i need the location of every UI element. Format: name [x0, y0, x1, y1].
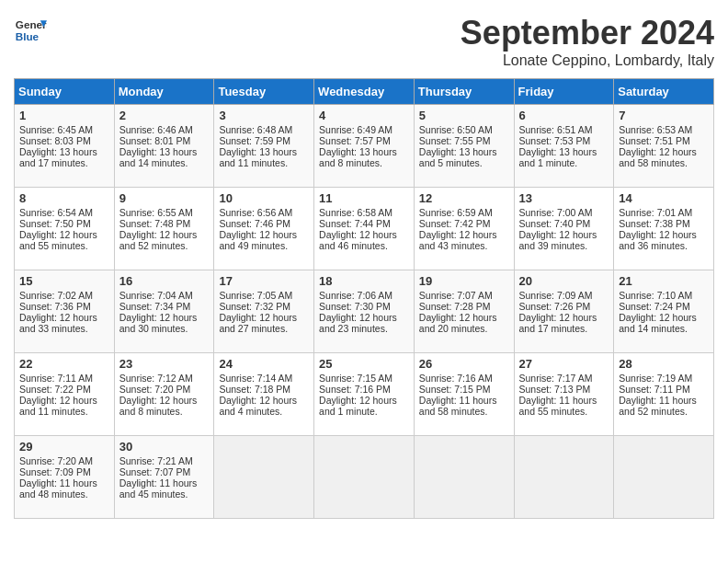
- sunset-text: Sunset: 8:01 PM: [119, 135, 191, 146]
- sunrise-text: Sunrise: 6:48 AM: [219, 124, 292, 135]
- sunset-text: Sunset: 7:07 PM: [119, 466, 191, 477]
- day-number: 20: [519, 274, 609, 288]
- month-title: September 2024: [461, 14, 714, 52]
- calendar-cell: 6Sunrise: 6:51 AMSunset: 7:53 PMDaylight…: [514, 105, 614, 188]
- sunset-text: Sunset: 7:20 PM: [119, 384, 191, 395]
- column-header-friday: Friday: [514, 79, 614, 105]
- day-number: 11: [319, 191, 409, 205]
- daylight-text: Daylight: 12 hours and 33 minutes.: [19, 312, 97, 334]
- daylight-text: Daylight: 12 hours and 30 minutes.: [119, 312, 198, 334]
- sunset-text: Sunset: 7:15 PM: [419, 384, 491, 395]
- sunrise-text: Sunrise: 7:01 AM: [619, 207, 692, 218]
- sunset-text: Sunset: 7:50 PM: [19, 218, 91, 229]
- daylight-text: Daylight: 12 hours and 58 minutes.: [619, 146, 697, 168]
- day-number: 27: [519, 357, 609, 371]
- sunrise-text: Sunrise: 7:11 AM: [19, 373, 93, 384]
- calendar-cell: 1Sunrise: 6:45 AMSunset: 8:03 PMDaylight…: [15, 105, 115, 188]
- svg-text:General: General: [16, 18, 47, 30]
- daylight-text: Daylight: 12 hours and 49 minutes.: [219, 229, 297, 251]
- sunrise-text: Sunrise: 7:12 AM: [119, 373, 193, 384]
- calendar-cell: [314, 436, 415, 519]
- sunrise-text: Sunrise: 6:56 AM: [219, 207, 292, 218]
- day-number: 23: [119, 357, 210, 371]
- daylight-text: Daylight: 12 hours and 36 minutes.: [619, 229, 697, 251]
- calendar-cell: 13Sunrise: 7:00 AMSunset: 7:40 PMDayligh…: [514, 188, 614, 270]
- sunrise-text: Sunrise: 7:15 AM: [319, 373, 392, 384]
- sunrise-text: Sunrise: 6:54 AM: [19, 207, 93, 218]
- sunrise-text: Sunrise: 6:55 AM: [119, 207, 193, 218]
- sunset-text: Sunset: 7:18 PM: [219, 384, 290, 395]
- title-area: September 2024 Lonate Ceppino, Lombardy,…: [461, 14, 714, 69]
- sunrise-text: Sunrise: 6:49 AM: [319, 124, 392, 135]
- sunset-text: Sunset: 7:26 PM: [519, 301, 591, 312]
- day-number: 10: [219, 191, 309, 205]
- calendar-cell: 20Sunrise: 7:09 AMSunset: 7:26 PMDayligh…: [514, 270, 614, 353]
- day-number: 2: [119, 109, 210, 122]
- day-number: 5: [419, 109, 509, 122]
- sunset-text: Sunset: 7:16 PM: [319, 384, 391, 395]
- daylight-text: Daylight: 13 hours and 1 minute.: [519, 146, 597, 168]
- daylight-text: Daylight: 12 hours and 14 minutes.: [619, 312, 697, 334]
- calendar-cell: 19Sunrise: 7:07 AMSunset: 7:28 PMDayligh…: [414, 270, 514, 353]
- daylight-text: Daylight: 11 hours and 48 minutes.: [19, 477, 97, 500]
- calendar-cell: 28Sunrise: 7:19 AMSunset: 7:11 PMDayligh…: [614, 353, 714, 436]
- daylight-text: Daylight: 12 hours and 11 minutes.: [19, 395, 97, 417]
- column-header-tuesday: Tuesday: [214, 79, 314, 105]
- day-number: 28: [619, 357, 709, 371]
- daylight-text: Daylight: 11 hours and 52 minutes.: [619, 395, 697, 417]
- sunset-text: Sunset: 7:36 PM: [19, 301, 91, 312]
- sunrise-text: Sunrise: 7:19 AM: [619, 373, 692, 384]
- sunrise-text: Sunrise: 7:16 AM: [419, 373, 493, 384]
- daylight-text: Daylight: 12 hours and 27 minutes.: [219, 312, 297, 334]
- column-header-saturday: Saturday: [614, 79, 714, 105]
- sunset-text: Sunset: 7:48 PM: [119, 218, 191, 229]
- day-number: 22: [19, 357, 109, 371]
- sunset-text: Sunset: 7:38 PM: [619, 218, 690, 229]
- calendar-cell: 24Sunrise: 7:14 AMSunset: 7:18 PMDayligh…: [214, 353, 314, 436]
- sunrise-text: Sunrise: 7:05 AM: [219, 290, 292, 301]
- calendar-cell: 14Sunrise: 7:01 AMSunset: 7:38 PMDayligh…: [614, 188, 714, 270]
- daylight-text: Daylight: 12 hours and 43 minutes.: [419, 229, 497, 251]
- day-number: 26: [419, 357, 509, 371]
- daylight-text: Daylight: 11 hours and 58 minutes.: [419, 395, 497, 417]
- logo: General Blue: [14, 14, 47, 47]
- daylight-text: Daylight: 12 hours and 8 minutes.: [119, 395, 198, 417]
- calendar-cell: 4Sunrise: 6:49 AMSunset: 7:57 PMDaylight…: [314, 105, 415, 188]
- sunset-text: Sunset: 7:53 PM: [519, 135, 591, 146]
- calendar-cell: 5Sunrise: 6:50 AMSunset: 7:55 PMDaylight…: [414, 105, 514, 188]
- calendar-cell: 9Sunrise: 6:55 AMSunset: 7:48 PMDaylight…: [114, 188, 214, 270]
- sunset-text: Sunset: 7:40 PM: [519, 218, 591, 229]
- calendar-cell: 23Sunrise: 7:12 AMSunset: 7:20 PMDayligh…: [114, 353, 214, 436]
- day-number: 16: [119, 274, 210, 288]
- calendar-table: SundayMondayTuesdayWednesdayThursdayFrid…: [14, 78, 714, 519]
- svg-text:Blue: Blue: [16, 30, 40, 42]
- calendar-cell: [414, 436, 514, 519]
- calendar-cell: 25Sunrise: 7:15 AMSunset: 7:16 PMDayligh…: [314, 353, 415, 436]
- calendar-cell: 3Sunrise: 6:48 AMSunset: 7:59 PMDaylight…: [214, 105, 314, 188]
- sunset-text: Sunset: 7:57 PM: [319, 135, 391, 146]
- calendar-cell: 16Sunrise: 7:04 AMSunset: 7:34 PMDayligh…: [114, 270, 214, 353]
- calendar-cell: 11Sunrise: 6:58 AMSunset: 7:44 PMDayligh…: [314, 188, 415, 270]
- sunrise-text: Sunrise: 7:00 AM: [519, 207, 593, 218]
- daylight-text: Daylight: 12 hours and 52 minutes.: [119, 229, 198, 251]
- sunrise-text: Sunrise: 7:17 AM: [519, 373, 593, 384]
- sunset-text: Sunset: 7:46 PM: [219, 218, 290, 229]
- sunset-text: Sunset: 7:51 PM: [619, 135, 690, 146]
- day-number: 13: [519, 191, 609, 205]
- sunset-text: Sunset: 7:59 PM: [219, 135, 290, 146]
- daylight-text: Daylight: 12 hours and 39 minutes.: [519, 229, 597, 251]
- calendar-cell: 7Sunrise: 6:53 AMSunset: 7:51 PMDaylight…: [614, 105, 714, 188]
- day-number: 17: [219, 274, 309, 288]
- daylight-text: Daylight: 13 hours and 11 minutes.: [219, 146, 297, 168]
- daylight-text: Daylight: 13 hours and 17 minutes.: [19, 146, 97, 168]
- sunrise-text: Sunrise: 6:45 AM: [19, 124, 93, 135]
- day-number: 12: [419, 191, 509, 205]
- day-number: 1: [19, 109, 109, 122]
- calendar-cell: [614, 436, 714, 519]
- daylight-text: Daylight: 13 hours and 8 minutes.: [319, 146, 397, 168]
- daylight-text: Daylight: 12 hours and 46 minutes.: [319, 229, 397, 251]
- sunrise-text: Sunrise: 7:07 AM: [419, 290, 493, 301]
- sunset-text: Sunset: 7:30 PM: [319, 301, 391, 312]
- sunrise-text: Sunrise: 7:10 AM: [619, 290, 692, 301]
- sunrise-text: Sunrise: 7:06 AM: [319, 290, 392, 301]
